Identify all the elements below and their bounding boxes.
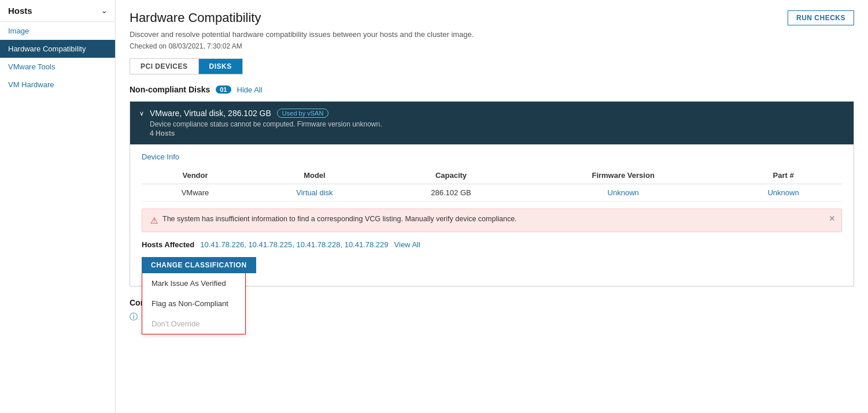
alert-message: The system has insufficient information … — [162, 215, 833, 223]
tab-disks[interactable]: DISKS — [199, 59, 242, 74]
tab-bar: PCI DEVICES DISKS — [130, 58, 243, 75]
table-row: VMware Virtual disk 286.102 GB Unknown U… — [142, 184, 842, 202]
dropdown-item-dont-override: Don't Override — [142, 314, 245, 334]
hosts-affected-ips[interactable]: 10.41.78.226, 10.41.78.225, 10.41.78.228… — [200, 240, 388, 249]
disk-name: VMware, Virtual disk, 286.102 GB — [150, 109, 271, 118]
disk-card: ∨ VMware, Virtual disk, 286.102 GB Used … — [130, 101, 854, 287]
cell-vendor: VMware — [142, 184, 249, 202]
col-model: Model — [249, 167, 381, 184]
page-title: Hardware Compatibility — [130, 10, 854, 25]
tab-pci-devices[interactable]: PCI DEVICES — [130, 59, 199, 74]
sidebar-title: Hosts — [8, 6, 32, 16]
dropdown-item-flag-non-compliant[interactable]: Flag as Non-Compliant — [142, 293, 245, 314]
hosts-affected-label: Hosts Affected — [142, 240, 194, 249]
cell-part[interactable]: Unknown — [725, 184, 842, 202]
view-all-link[interactable]: View All — [394, 240, 420, 249]
info-icon: ⓘ — [130, 312, 138, 322]
checked-on-text: Checked on 08/03/2021, 7:30:02 AM — [130, 42, 854, 50]
non-compliant-header: Non-compliant Disks 01 Hide All — [130, 85, 854, 94]
change-classification-button[interactable]: CHANGE CLASSIFICATION — [142, 257, 256, 273]
device-info-title: Device Info — [142, 152, 842, 161]
cell-capacity: 286.102 GB — [381, 184, 522, 202]
change-classification-dropdown: Mark Issue As Verified Flag as Non-Compl… — [142, 273, 246, 334]
col-firmware: Firmware Version — [522, 167, 725, 184]
hide-all-link[interactable]: Hide All — [237, 85, 263, 94]
page-subtitle: Discover and resolve potential hardware … — [130, 30, 854, 39]
disk-card-header: ∨ VMware, Virtual disk, 286.102 GB Used … — [130, 102, 854, 144]
sidebar-item-vm-hardware[interactable]: VM Hardware — [0, 76, 115, 94]
cell-firmware[interactable]: Unknown — [522, 184, 725, 202]
warning-icon: ⚠ — [150, 215, 158, 226]
disk-expand-icon[interactable]: ∨ — [139, 110, 144, 117]
col-part: Part # — [725, 167, 842, 184]
run-checks-button[interactable]: RUN CHECKS — [788, 10, 854, 25]
cell-model[interactable]: Virtual disk — [249, 184, 381, 202]
sidebar-item-vmware-tools[interactable]: VMware Tools — [0, 58, 115, 76]
sidebar-header[interactable]: Hosts ⌄ — [0, 0, 115, 22]
non-compliant-badge: 01 — [216, 85, 231, 94]
dropdown-item-mark-verified[interactable]: Mark Issue As Verified — [142, 273, 245, 293]
device-info-table: Vendor Model Capacity Firmware Version P… — [142, 167, 842, 202]
alert-close-button[interactable]: ✕ — [829, 214, 836, 223]
vcg-alert: ⚠ The system has insufficient informatio… — [142, 209, 842, 232]
disk-status-message: Device compliance status cannot be compu… — [150, 120, 844, 128]
disk-hosts-count: 4 Hosts — [150, 129, 844, 137]
sidebar: Hosts ⌄ Image Hardware Compatibility VMw… — [0, 0, 116, 413]
sidebar-item-image[interactable]: Image — [0, 22, 115, 40]
main-content: RUN CHECKS Hardware Compatibility Discov… — [116, 0, 868, 413]
col-capacity: Capacity — [381, 167, 522, 184]
change-classification-container: CHANGE CLASSIFICATION Mark Issue As Veri… — [142, 257, 256, 273]
non-compliant-title: Non-compliant Disks — [130, 85, 210, 94]
hosts-affected-row: Hosts Affected 10.41.78.226, 10.41.78.22… — [142, 240, 842, 249]
device-info-section: Device Info Vendor Model Capacity Firmwa… — [130, 144, 854, 286]
chevron-down-icon: ⌄ — [101, 7, 107, 15]
col-vendor: Vendor — [142, 167, 249, 184]
vsan-badge: Used by vSAN — [277, 109, 329, 118]
sidebar-item-hardware-compatibility[interactable]: Hardware Compatibility — [0, 40, 115, 58]
